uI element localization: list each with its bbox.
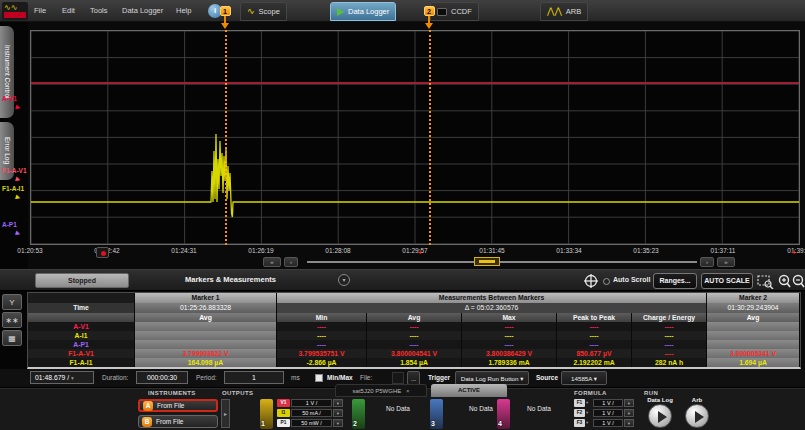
layout-grid-icon[interactable]: ▦ — [2, 330, 22, 346]
chevron-down-icon[interactable]: ▾ — [624, 399, 634, 407]
source-dropdown[interactable]: 14585A ▾ — [561, 371, 607, 385]
chevron-down-icon[interactable]: ▾ — [624, 409, 634, 417]
marker2-avg — [707, 340, 800, 349]
f2-range-dropdown[interactable]: 1 V / — [593, 409, 623, 417]
instrument-a-button[interactable]: A From File — [138, 399, 218, 412]
chevron-down-icon[interactable]: ▾ — [333, 399, 343, 407]
marker-2-line[interactable] — [429, 30, 431, 245]
between-markers-header: Measurements Between Markers — [277, 293, 707, 303]
chevron-down-icon[interactable]: ▾ — [624, 419, 634, 427]
scrollbar-track[interactable] — [307, 261, 697, 263]
scroll-forward-button[interactable]: › — [700, 257, 714, 267]
tab-arb[interactable]: ⋀⋀ ARB — [540, 2, 588, 21]
f1-range-dropdown[interactable]: 1 V / — [593, 399, 623, 407]
peak-to-peak-value: 850.677 µV — [557, 349, 632, 358]
marker-2-flag[interactable]: 2 — [423, 6, 435, 29]
peak-to-peak-value: ---- — [557, 331, 632, 340]
instruments-expander[interactable]: ▸ — [221, 399, 230, 428]
run-datalog-button[interactable] — [648, 404, 672, 428]
minmax-checkbox[interactable] — [315, 374, 323, 382]
trigger-label: Trigger — [428, 374, 450, 381]
menu-tools[interactable]: Tools — [90, 0, 108, 22]
peak-to-peak-value: ---- — [557, 340, 632, 349]
subheader-0: Avg — [135, 313, 277, 322]
marker-flag-arrow — [221, 23, 229, 29]
ranges-button[interactable]: Ranges... — [653, 273, 697, 289]
chevron-down-icon[interactable]: ▾ — [586, 419, 592, 428]
i1-range-dropdown[interactable]: 50 mA / — [291, 409, 332, 417]
zoom-in-icon[interactable] — [778, 274, 791, 289]
menu-file[interactable]: File — [34, 0, 46, 22]
marker1-time: 01:25:26.883328 — [135, 303, 277, 313]
file-field[interactable] — [392, 372, 404, 384]
chevron-down-icon[interactable]: ▾ — [333, 419, 343, 427]
logo-wave-icon: ∿∿ — [4, 4, 26, 11]
view-selector-chevron-icon[interactable]: ▾ — [338, 274, 350, 286]
period-unit: ms — [291, 374, 300, 381]
formula-row-f1: F1▾1 V /▾ — [574, 399, 634, 408]
chevron-down-icon[interactable]: ▾ — [333, 409, 343, 417]
chart-plot-area[interactable] — [30, 30, 800, 245]
tab-data-logger[interactable]: Data Logger — [330, 2, 396, 21]
source-label: Source — [536, 374, 558, 381]
tab-scope-label: Scope — [259, 7, 280, 16]
session-tab[interactable]: sat5J20 P5WGHE × — [335, 384, 427, 397]
active-tab[interactable]: ACTIVE — [431, 384, 507, 397]
auto-scroll-radio[interactable] — [603, 278, 610, 285]
marker-1-flag[interactable]: 1 — [219, 6, 231, 29]
tab-ccdf[interactable]: CCDF — [430, 2, 479, 21]
marker-flag-stem — [428, 16, 430, 23]
instrument-b-button[interactable]: B From File — [138, 415, 218, 428]
trace-label-f1-a-i1: F1-A-I1 — [2, 185, 24, 192]
auto-scale-button[interactable]: AUTO SCALE — [701, 273, 753, 289]
marker2-avg — [707, 322, 800, 331]
browse-button[interactable]: ... — [407, 371, 420, 385]
row-name: A-P1 — [28, 340, 135, 349]
subheader-6: Avg — [707, 313, 800, 322]
scroll-fast-rewind-button[interactable]: « — [263, 257, 281, 267]
i1-badge: I1 — [277, 409, 290, 417]
period-field[interactable]: 1 — [224, 371, 284, 384]
logo-red-bar — [4, 12, 26, 18]
trace-label-f1-a-v1: F1-A-V1 — [2, 167, 27, 174]
marker2-header: Marker 2 — [707, 293, 800, 303]
trigger-dropdown[interactable]: Data Log Run Button ▾ — [455, 371, 529, 385]
marker-1-line[interactable] — [225, 30, 227, 245]
p1-range-dropdown[interactable]: 50 mW / — [291, 419, 332, 427]
charge-energy-value: ---- — [632, 340, 707, 349]
view-selector-label[interactable]: Markers & Measurements — [185, 275, 276, 284]
trace-label-a-v1: A-V1 — [2, 95, 17, 102]
session-close-icon[interactable]: × — [406, 388, 410, 394]
v1-range-dropdown[interactable]: 1 V / — [291, 399, 332, 407]
scroll-fast-forward-button[interactable]: » — [717, 257, 735, 267]
subheader-3: Max — [462, 313, 557, 322]
target-icon[interactable] — [584, 274, 598, 288]
position-display[interactable]: 01:48.679 / ▾ — [30, 371, 94, 384]
session-tab-label: sat5J20 P5WGHE — [353, 388, 402, 394]
marker-flag-arrow — [425, 23, 433, 29]
peak-to-peak-value: 2.192202 mA — [557, 358, 632, 367]
run-arb-button[interactable] — [685, 404, 709, 428]
marker-tool-icon[interactable]: Y — [2, 294, 22, 310]
f3-range-dropdown[interactable]: 1 V / — [593, 419, 623, 427]
scrollbar-thumb[interactable] — [474, 257, 500, 266]
menu-help[interactable]: Help — [176, 0, 191, 22]
chevron-down-icon[interactable]: ▾ — [586, 409, 592, 418]
zoom-out-icon[interactable] — [792, 274, 805, 289]
chevron-down-icon[interactable]: ▾ — [586, 399, 592, 408]
arb-wave-icon: ⋀⋀ — [547, 7, 562, 16]
table-row-a-i1: A-I1-------------------- — [28, 331, 800, 340]
menu-edit[interactable]: Edit — [62, 0, 75, 22]
zoom-region-icon[interactable] — [757, 274, 774, 289]
tab-scope[interactable]: ∿ Scope — [240, 2, 287, 21]
max-value: ---- — [462, 331, 557, 340]
scroll-back-button[interactable]: ‹ — [284, 257, 298, 267]
menu-data-logger[interactable]: Data Logger — [122, 0, 163, 22]
row-name: A-V1 — [28, 322, 135, 331]
duration-field[interactable]: 000:00:30 — [136, 371, 188, 384]
max-value: 1.789336 mA — [462, 358, 557, 367]
marker-pair-icon[interactable]: ∗∗ — [2, 312, 22, 328]
table-row-f1-a-v1: F1-A-V13.799903822 V3.799535751 V3.80000… — [28, 349, 800, 358]
marker2-avg: 1.694 µA — [707, 358, 800, 367]
sidebar-tab-instrument-control[interactable]: Instrument Control — [0, 26, 14, 118]
